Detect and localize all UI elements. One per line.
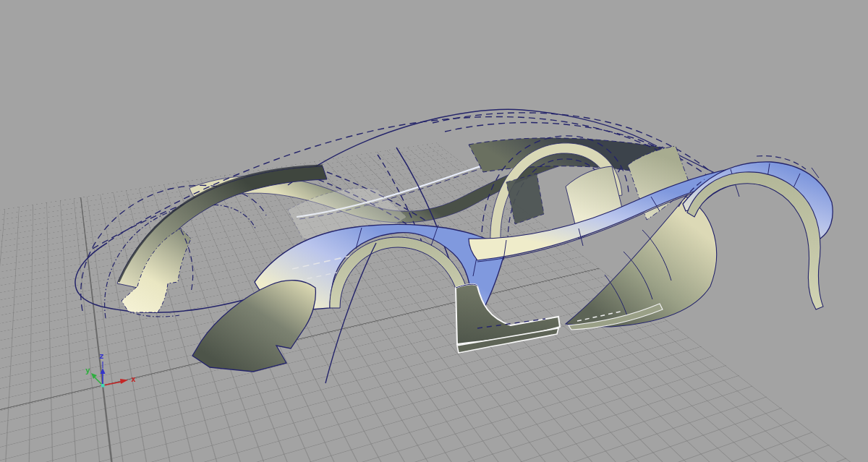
z-axis-arrow [101, 368, 106, 374]
origin-point [101, 384, 105, 388]
y-axis-label: y [85, 366, 90, 375]
z-axis-label: z [99, 351, 104, 361]
x-axis-label: x [131, 375, 136, 384]
rocker-panel-selected[interactable] [456, 284, 560, 353]
axis-gizmo: x y z [85, 351, 136, 388]
x-axis-arrow [120, 379, 128, 384]
front-splitter-surface[interactable] [192, 281, 315, 372]
viewport-3d[interactable]: x y z [0, 0, 868, 462]
car-surface-model[interactable]: x y z [0, 0, 868, 462]
